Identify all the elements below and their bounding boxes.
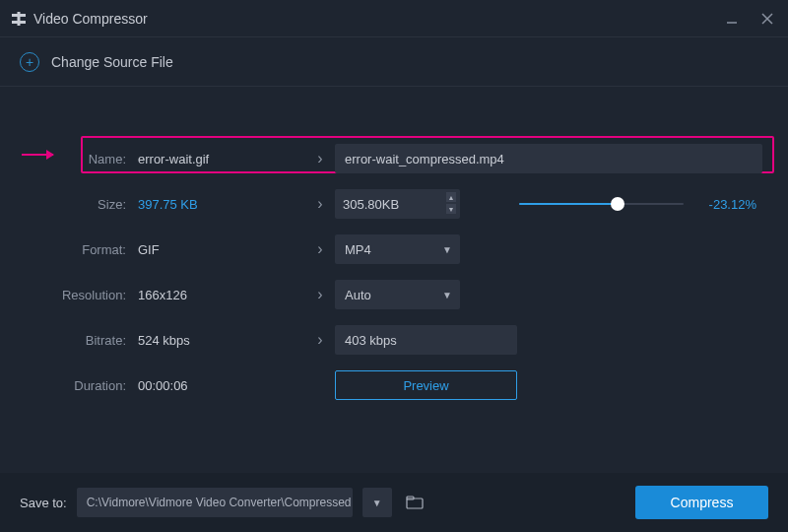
resolution-label: Resolution: — [20, 288, 138, 302]
bitrate-label: Bitrate: — [20, 333, 138, 348]
save-path-dropdown[interactable]: ▼ — [362, 488, 392, 517]
chevron-right-icon: › — [305, 195, 335, 213]
open-folder-button[interactable] — [402, 488, 427, 517]
compress-button[interactable]: Compress — [635, 486, 768, 519]
chevron-right-icon: › — [305, 150, 335, 167]
output-size-field[interactable]: 305.80KB ▲ ▼ — [335, 189, 460, 219]
chevron-down-icon: ▼ — [442, 290, 452, 300]
folder-icon — [406, 496, 424, 509]
window-title: Video Compressor — [33, 11, 723, 27]
change-source-bar[interactable]: + Change Source File — [0, 37, 788, 87]
svg-rect-2 — [18, 12, 21, 26]
slider-thumb[interactable] — [611, 197, 624, 211]
format-select[interactable]: MP4▼ — [335, 234, 460, 264]
row-size: Size: 397.75 KB › 305.80KB ▲ ▼ -23.12% — [20, 181, 768, 227]
format-value: GIF — [138, 242, 305, 257]
size-label: Size: — [20, 197, 138, 212]
duration-value: 00:00:06 — [138, 378, 305, 393]
duration-label: Duration: — [20, 378, 138, 393]
save-to-label: Save to: — [20, 496, 67, 510]
resolution-select[interactable]: Auto▼ — [335, 280, 460, 309]
save-path-field[interactable]: C:\Vidmore\Vidmore Video Converter\Compr… — [77, 488, 353, 517]
row-format: Format: GIF › MP4▼ — [20, 227, 768, 272]
row-name: Name: error-wait.gif › error-wait_compre… — [20, 136, 768, 181]
app-logo-icon — [12, 12, 26, 26]
size-value: 397.75 KB — [138, 197, 305, 212]
chevron-right-icon: › — [305, 331, 335, 349]
row-duration: Duration: 00:00:06 Preview — [20, 363, 768, 408]
name-label: Name: — [20, 152, 138, 166]
plus-circle-icon: + — [20, 52, 39, 72]
output-name-field[interactable]: error-wait_compressed.mp4 — [335, 144, 762, 173]
titlebar: Video Compressor — [0, 0, 788, 37]
output-bitrate-field[interactable]: 403 kbps — [335, 325, 517, 355]
chevron-right-icon: › — [305, 240, 335, 258]
chevron-down-icon: ▼ — [442, 244, 452, 255]
change-source-label: Change Source File — [51, 54, 173, 70]
preview-button[interactable]: Preview — [335, 370, 517, 400]
close-button[interactable] — [758, 10, 776, 28]
stepper-down-icon[interactable]: ▼ — [446, 204, 456, 214]
row-bitrate: Bitrate: 524 kbps › 403 kbps — [20, 317, 768, 363]
resolution-value: 166x126 — [138, 288, 305, 302]
footer: Save to: C:\Vidmore\Vidmore Video Conver… — [0, 473, 788, 532]
minimize-button[interactable] — [723, 10, 741, 28]
row-resolution: Resolution: 166x126 › Auto▼ — [20, 272, 768, 317]
size-percent: -23.12% — [695, 197, 756, 212]
size-stepper[interactable]: ▲ ▼ — [446, 192, 456, 214]
bitrate-value: 524 kbps — [138, 333, 305, 348]
name-value: error-wait.gif — [138, 152, 305, 166]
stepper-up-icon[interactable]: ▲ — [446, 192, 456, 202]
size-slider[interactable] — [519, 203, 684, 205]
format-label: Format: — [20, 242, 138, 257]
chevron-right-icon: › — [305, 286, 335, 303]
